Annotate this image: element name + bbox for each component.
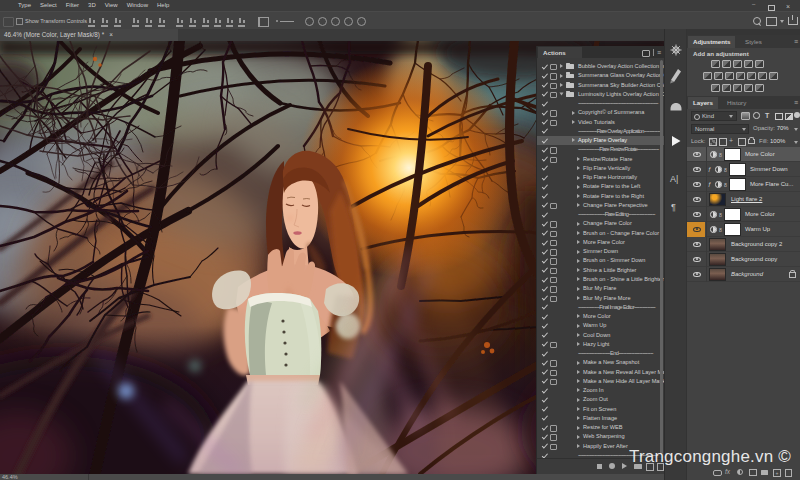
svg-text:A|: A| [670,174,678,184]
svg-text:¶: ¶ [671,202,676,212]
